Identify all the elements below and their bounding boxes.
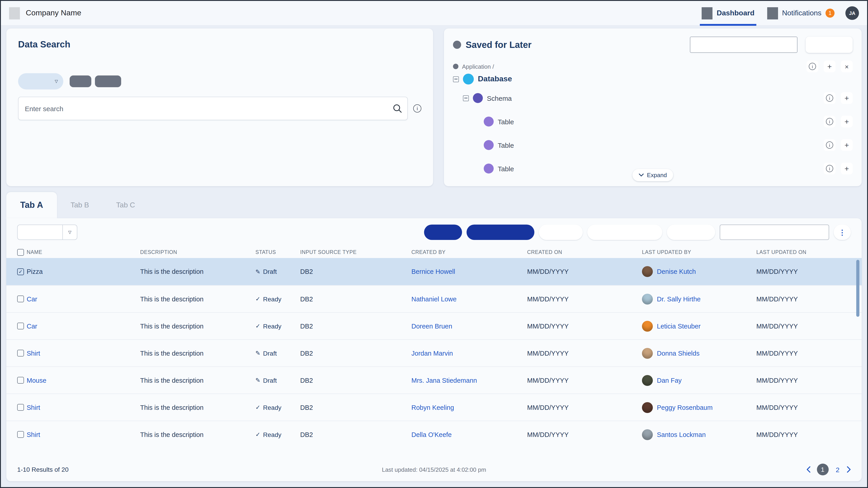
row-checkbox[interactable] (17, 295, 24, 302)
pagination-current-page[interactable]: 1 (817, 464, 829, 475)
row-name-link[interactable]: Mouse (27, 377, 140, 384)
row-checkbox[interactable] (17, 323, 24, 329)
secondary-filter-button-1[interactable] (539, 225, 583, 240)
row-created-by-link[interactable]: Della O'Keefe (411, 431, 527, 438)
table-row[interactable]: CarThis is the description✓ReadyDB2Doree… (6, 312, 862, 339)
row-name-link[interactable]: Shirt (27, 404, 140, 411)
row-created-by-link[interactable]: Bernice Howell (411, 268, 527, 275)
overflow-menu-button[interactable]: ⋮ (834, 225, 851, 240)
add-button[interactable]: + (841, 116, 852, 127)
check-icon: ✓ (255, 295, 260, 302)
tree-item-table[interactable]: Tablei+ (484, 139, 852, 151)
tab-a[interactable]: Tab A (6, 192, 57, 218)
add-button[interactable]: + (824, 61, 835, 72)
filter-chip-2[interactable] (95, 75, 121, 87)
vertical-scrollbar[interactable] (856, 260, 860, 317)
row-last-updated-by-link[interactable]: Dr. Sally Hirthe (657, 295, 701, 302)
select-all-checkbox[interactable] (17, 249, 24, 256)
tree-item-schema[interactable]: Schema i + (463, 92, 852, 104)
info-button[interactable]: i (807, 61, 818, 72)
column-last-updated-on[interactable]: LAST UPDATED ON (756, 250, 862, 255)
status-label: Ready (263, 322, 281, 330)
row-created-by-link[interactable]: Doreen Bruen (411, 322, 527, 330)
row-last-updated-by-link[interactable]: Peggy Rosenbaum (657, 404, 713, 411)
close-icon: × (845, 63, 849, 70)
search-type-dropdown[interactable]: ▽ (18, 73, 63, 90)
info-button[interactable]: i (824, 139, 835, 151)
row-name-link[interactable]: Car (27, 322, 140, 330)
expand-button[interactable]: Expand (632, 169, 673, 181)
tab-b[interactable]: Tab B (57, 192, 103, 218)
collapse-icon[interactable] (463, 95, 469, 101)
search-icon[interactable] (393, 103, 402, 113)
row-checkbox[interactable]: ✓ (17, 268, 24, 275)
tree-item-table[interactable]: Tablei+ (484, 116, 852, 127)
column-description[interactable]: DESCRIPTION (140, 250, 255, 255)
row-checkbox[interactable] (17, 404, 24, 411)
nav-dashboard[interactable]: Dashboard (695, 1, 761, 26)
table-row[interactable]: MouseThis is the description✎DraftDB2Mrs… (6, 366, 862, 394)
column-status[interactable]: STATUS (255, 250, 300, 255)
collapse-icon[interactable] (453, 76, 459, 82)
table-filter-input[interactable] (720, 225, 829, 240)
add-button[interactable]: + (841, 163, 852, 174)
row-created-by-link[interactable]: Mrs. Jana Stiedemann (411, 377, 527, 384)
row-last-updated-by-link[interactable]: Denise Kutch (657, 268, 696, 275)
table-row[interactable]: CarThis is the description✓ReadyDB2Natha… (6, 285, 862, 312)
row-created-by-link[interactable]: Jordan Marvin (411, 350, 527, 357)
info-button[interactable]: i (824, 116, 835, 127)
remove-button[interactable]: × (841, 61, 852, 72)
search-input[interactable] (18, 97, 408, 120)
column-created-by[interactable]: CREATED BY (411, 250, 527, 255)
saved-header: Saved for Later (453, 37, 852, 53)
filter-chip-1[interactable] (70, 75, 91, 87)
saved-action-button[interactable] (806, 37, 852, 53)
previous-page-button[interactable] (806, 466, 810, 473)
row-created-by-link[interactable]: Nathaniel Lowe (411, 295, 527, 302)
row-name-link[interactable]: Shirt (27, 350, 140, 357)
table-footer: 1-10 Results of 20 Last updated: 04/15/2… (6, 458, 862, 481)
row-name-link[interactable]: Car (27, 295, 140, 302)
row-last-updated-by-link[interactable]: Santos Lockman (657, 431, 706, 438)
primary-filter-button-1[interactable] (424, 225, 462, 240)
tree-database-label: Database (478, 74, 512, 84)
row-last-updated-by-link[interactable]: Leticia Steuber (657, 322, 701, 330)
table-row[interactable]: ShirtThis is the description✎DraftDB2Jor… (6, 339, 862, 366)
table-row[interactable]: ShirtThis is the description✓ReadyDB2Del… (6, 421, 862, 448)
info-button[interactable]: i (824, 163, 835, 174)
table-row[interactable]: ✓PizzaThis is the description✎DraftDB2Be… (6, 258, 862, 285)
search-info-icon[interactable]: i (413, 104, 421, 112)
user-avatar[interactable]: JA (845, 6, 859, 20)
secondary-filter-button-3[interactable] (667, 225, 715, 240)
secondary-filter-button-2[interactable] (587, 225, 662, 240)
info-button[interactable]: i (824, 92, 835, 104)
row-checkbox[interactable] (17, 350, 24, 357)
tab-c[interactable]: Tab C (103, 192, 149, 218)
data-search-title: Data Search (18, 39, 421, 50)
pagination-page[interactable]: 2 (835, 466, 840, 473)
breadcrumb[interactable]: Application / (462, 63, 494, 70)
add-button[interactable]: + (841, 139, 852, 151)
column-last-updated-by[interactable]: LAST UPDATED BY (642, 250, 756, 255)
row-created-by-link[interactable]: Robyn Keeling (411, 404, 527, 411)
tree-item-database[interactable]: Database (453, 74, 852, 85)
row-last-updated-by-link[interactable]: Dan Fay (657, 377, 682, 384)
schema-actions: i + (824, 92, 852, 104)
nav-notifications[interactable]: Notifications 1 (761, 1, 841, 26)
column-input-source-type[interactable]: INPUT SOURCE TYPE (300, 250, 411, 255)
row-name-link[interactable]: Pizza (27, 268, 140, 275)
row-last-updated-by-link[interactable]: Donna Shields (657, 350, 700, 357)
row-description: This is the description (140, 431, 255, 438)
next-page-button[interactable] (847, 466, 851, 473)
page-size-select[interactable]: ▽ (17, 225, 77, 240)
primary-filter-button-2[interactable] (467, 225, 534, 240)
table-row[interactable]: ShirtThis is the description✓ReadyDB2Rob… (6, 394, 862, 421)
row-checkbox[interactable] (17, 431, 24, 438)
column-created-on[interactable]: CREATED ON (527, 250, 642, 255)
saved-filter-input[interactable] (690, 37, 798, 53)
notifications-icon (767, 7, 778, 19)
add-button[interactable]: + (841, 92, 852, 104)
row-name-link[interactable]: Shirt (27, 431, 140, 438)
column-name[interactable]: NAME (27, 250, 140, 255)
row-checkbox[interactable] (17, 377, 24, 384)
